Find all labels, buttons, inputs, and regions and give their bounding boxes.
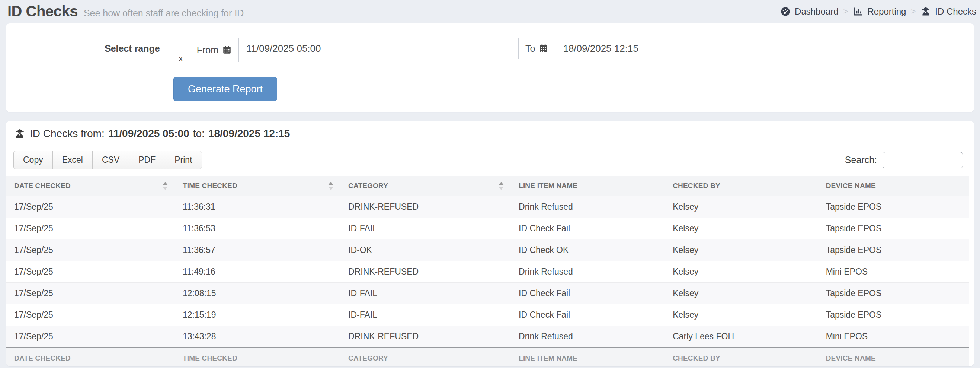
- to-date-input[interactable]: [555, 38, 835, 59]
- table-cell: Mini EPOS: [818, 261, 969, 283]
- report-heading-to-word: to:: [193, 128, 205, 140]
- export-print-button[interactable]: Print: [165, 151, 202, 169]
- table-cell: Kelsey: [665, 196, 818, 218]
- table-row: 17/Sep/2511:36:31DRINK-REFUSEDDrink Refu…: [6, 196, 969, 218]
- table-head-row: DATE CHECKEDTIME CHECKEDCATEGORYLINE ITE…: [6, 176, 969, 196]
- table-cell: 13:43:28: [175, 326, 340, 348]
- column-header-label: DATE CHECKED: [14, 182, 71, 190]
- table-cell: Tapside EPOS: [818, 240, 969, 261]
- title-wrap: ID Checks See how often staff are checki…: [8, 3, 244, 20]
- table-cell: 11:49:16: [175, 261, 340, 283]
- calendar-icon: [539, 43, 549, 53]
- table-cell: Tapside EPOS: [818, 283, 969, 304]
- breadcrumb-item-reporting[interactable]: Reporting: [853, 6, 906, 17]
- table-cell: 12:15:19: [175, 304, 340, 326]
- column-header-label: TIME CHECKED: [183, 182, 237, 190]
- table-wrap: DATE CHECKEDTIME CHECKEDCATEGORYLINE ITE…: [6, 176, 974, 366]
- breadcrumb-item-dashboard[interactable]: Dashboard: [780, 6, 838, 17]
- table-cell: ID-FAIL: [340, 304, 511, 326]
- table-cell: ID Check Fail: [511, 218, 665, 240]
- table-row: 17/Sep/2512:15:19ID-FAILID Check FailKel…: [6, 304, 969, 326]
- table-cell: 11:36:57: [175, 240, 340, 261]
- footer-column-category: CATEGORY: [340, 347, 511, 366]
- report-heading: ID Checks from: 11/09/2025 05:00 to: 18/…: [6, 128, 974, 140]
- page-subtitle: See how often staff are checking for ID: [84, 8, 244, 19]
- table-cell: Drink Refused: [511, 326, 665, 348]
- spy-icon: [921, 6, 931, 17]
- breadcrumb-separator: >: [911, 7, 916, 16]
- table-cell: Drink Refused: [511, 196, 665, 218]
- table-cell: Carly Lees FOH: [665, 326, 818, 348]
- to-label: To: [525, 43, 535, 54]
- table-row: 17/Sep/2511:36:53ID-FAILID Check FailKel…: [6, 218, 969, 240]
- dashboard-gauge-icon: [780, 6, 791, 17]
- search-label: Search:: [845, 155, 877, 165]
- table-cell: 17/Sep/25: [6, 326, 175, 348]
- generate-report-button[interactable]: Generate Report: [173, 77, 277, 101]
- report-heading-to-value: 18/09/2025 12:15: [208, 128, 290, 140]
- table-cell: Kelsey: [665, 218, 818, 240]
- export-button-group: CopyExcelCSVPDFPrint: [13, 151, 202, 169]
- table-cell: Kelsey: [665, 283, 818, 304]
- table-toolbar: CopyExcelCSVPDFPrint Search:: [6, 140, 974, 176]
- table-cell: 17/Sep/25: [6, 283, 175, 304]
- table-cell: DRINK-REFUSED: [340, 261, 511, 283]
- sort-arrows-icon[interactable]: [498, 182, 504, 190]
- table-cell: DRINK-REFUSED: [340, 326, 511, 348]
- to-input-group: To: [518, 38, 835, 59]
- table-cell: Tapside EPOS: [818, 304, 969, 326]
- table-cell: 17/Sep/25: [6, 304, 175, 326]
- breadcrumb: Dashboard > Reporting > ID Checks: [780, 6, 977, 17]
- from-label: From: [197, 45, 218, 56]
- breadcrumb-label: Dashboard: [795, 6, 838, 17]
- table-cell: ID-OK: [340, 240, 511, 261]
- from-datepicker-toggle[interactable]: From: [190, 38, 239, 62]
- column-header-label: DEVICE NAME: [826, 182, 876, 190]
- id-checks-table: DATE CHECKEDTIME CHECKEDCATEGORYLINE ITE…: [6, 176, 969, 366]
- table-cell: Kelsey: [665, 261, 818, 283]
- table-cell: 17/Sep/25: [6, 196, 175, 218]
- table-cell: Tapside EPOS: [818, 196, 969, 218]
- table-cell: Mini EPOS: [818, 326, 969, 348]
- export-excel-button[interactable]: Excel: [52, 151, 93, 169]
- column-header-line-item-name[interactable]: LINE ITEM NAME: [511, 176, 665, 196]
- table-cell: 11:36:53: [175, 218, 340, 240]
- column-header-category[interactable]: CATEGORY: [340, 176, 511, 196]
- from-date-input[interactable]: [239, 38, 498, 59]
- table-cell: DRINK-REFUSED: [340, 196, 511, 218]
- sort-arrows-icon[interactable]: [328, 182, 333, 190]
- search-input[interactable]: [883, 152, 963, 168]
- column-header-label: CHECKED BY: [673, 182, 720, 190]
- table-cell: Kelsey: [665, 304, 818, 326]
- column-header-device-name[interactable]: DEVICE NAME: [818, 176, 969, 196]
- table-cell: ID Check Fail: [511, 283, 665, 304]
- footer-column-checked-by: CHECKED BY: [665, 347, 818, 366]
- table-cell: Tapside EPOS: [818, 218, 969, 240]
- breadcrumb-label: ID Checks: [935, 6, 976, 17]
- table-cell: ID Check OK: [511, 240, 665, 261]
- footer-column-time-checked: TIME CHECKED: [175, 347, 340, 366]
- clear-range-button[interactable]: x: [178, 53, 183, 64]
- export-csv-button[interactable]: CSV: [92, 151, 129, 169]
- from-input-group: From: [190, 38, 498, 62]
- sort-arrows-icon[interactable]: [162, 182, 168, 190]
- to-datepicker-toggle[interactable]: To: [518, 38, 555, 59]
- column-header-date-checked[interactable]: DATE CHECKED: [6, 176, 175, 196]
- report-heading-from-value: 11/09/2025 05:00: [108, 128, 189, 140]
- breadcrumb-item-id-checks[interactable]: ID Checks: [921, 6, 976, 17]
- breadcrumb-separator: >: [843, 7, 848, 16]
- column-header-time-checked[interactable]: TIME CHECKED: [175, 176, 340, 196]
- footer-column-device-name: DEVICE NAME: [818, 347, 969, 366]
- export-copy-button[interactable]: Copy: [13, 151, 53, 169]
- select-range-label: Select range: [105, 43, 160, 54]
- spy-icon: [14, 128, 30, 139]
- table-foot-row: DATE CHECKEDTIME CHECKEDCATEGORYLINE ITE…: [6, 347, 969, 366]
- table-body: 17/Sep/2511:36:31DRINK-REFUSEDDrink Refu…: [6, 196, 969, 348]
- column-header-checked-by[interactable]: CHECKED BY: [665, 176, 818, 196]
- column-header-label: CATEGORY: [348, 182, 388, 190]
- report-card: ID Checks from: 11/09/2025 05:00 to: 18/…: [6, 121, 974, 366]
- page-title: ID Checks: [8, 3, 78, 20]
- export-pdf-button[interactable]: PDF: [129, 151, 165, 169]
- table-cell: 12:08:15: [175, 283, 340, 304]
- table-row: 17/Sep/2511:36:57ID-OKID Check OKKelseyT…: [6, 240, 969, 261]
